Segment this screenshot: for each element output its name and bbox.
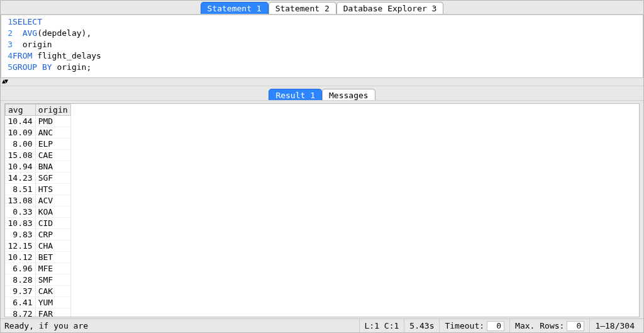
- table-row[interactable]: 8.51HTS: [6, 183, 71, 195]
- table-row[interactable]: 6.41YUM: [6, 296, 71, 308]
- top-tab-2[interactable]: Database Explorer 3: [336, 2, 444, 14]
- line-number: 3: [1, 39, 13, 50]
- split-handle[interactable]: ▲▼: [1, 78, 643, 86]
- table-row[interactable]: 9.83CRP: [6, 229, 71, 240]
- cell-avg: 6.96: [6, 262, 36, 274]
- table-row[interactable]: 6.96MFE: [6, 262, 71, 274]
- cell-origin: CID: [35, 217, 70, 229]
- cell-origin: ACV: [35, 195, 70, 206]
- table-row[interactable]: 0.33KOA: [6, 206, 71, 217]
- line-number: 2: [1, 28, 13, 39]
- cell-avg: 13.08: [6, 195, 36, 206]
- status-timeout: Timeout: 0: [439, 319, 509, 332]
- table-row[interactable]: 10.94BNA: [6, 161, 71, 172]
- table-row[interactable]: 14.23SGF: [6, 172, 71, 183]
- editor-line[interactable]: 3 origin: [1, 39, 643, 50]
- line-number: 1: [1, 16, 13, 28]
- cell-origin: HTS: [35, 183, 70, 195]
- cell-avg: 9.37: [6, 285, 36, 296]
- cell-avg: 0.33: [6, 206, 36, 217]
- cell-origin: CHA: [35, 240, 70, 251]
- code-text[interactable]: GROUP BY origin;: [13, 62, 91, 73]
- table-row[interactable]: 9.37CAK: [6, 285, 71, 296]
- result-tab-0[interactable]: Result 1: [269, 89, 322, 100]
- table-row[interactable]: 10.83CID: [6, 217, 71, 229]
- status-maxrows: Max. Rows: 0: [509, 319, 589, 332]
- code-text[interactable]: AVG(depdelay),: [13, 28, 91, 39]
- cell-avg: 12.15: [6, 240, 36, 251]
- cell-avg: 8.00: [6, 138, 36, 149]
- cell-origin: ELP: [35, 138, 70, 149]
- cell-avg: 8.72: [6, 308, 36, 317]
- status-timeout-label: Timeout:: [445, 321, 484, 330]
- result-tab-1[interactable]: Messages: [322, 89, 375, 100]
- sql-client: Statement 1Statement 2Database Explorer …: [0, 0, 644, 333]
- result-tabstrip: Result 1Messages: [1, 86, 643, 101]
- code-text[interactable]: origin: [13, 39, 52, 50]
- cell-avg: 10.12: [6, 251, 36, 262]
- status-bar: Ready, if you are L:1 C:1 5.43s Timeout:…: [1, 319, 643, 332]
- cell-origin: YUM: [35, 296, 70, 308]
- cell-avg: 15.08: [6, 149, 36, 161]
- cell-avg: 6.41: [6, 296, 36, 308]
- table-row[interactable]: 10.44PMD: [6, 115, 71, 127]
- cell-avg: 8.51: [6, 183, 36, 195]
- table-header-row: avgorigin: [6, 104, 71, 115]
- cell-origin: KOA: [35, 206, 70, 217]
- table-row[interactable]: 8.72FAR: [6, 308, 71, 317]
- col-origin[interactable]: origin: [35, 104, 70, 115]
- cell-origin: CAE: [35, 149, 70, 161]
- timeout-input[interactable]: 0: [487, 321, 504, 331]
- table-row[interactable]: 8.00ELP: [6, 138, 71, 149]
- editor-line[interactable]: 5GROUP BY origin;: [1, 62, 643, 73]
- cell-origin: CRP: [35, 229, 70, 240]
- table-row[interactable]: 10.09ANC: [6, 127, 71, 138]
- sql-editor[interactable]: 1SELECT2 AVG(depdelay),3 origin4FROM fli…: [1, 14, 643, 78]
- cell-avg: 14.23: [6, 172, 36, 183]
- line-number: 5: [1, 62, 13, 73]
- cell-origin: CAK: [35, 285, 70, 296]
- cell-avg: 8.28: [6, 274, 36, 285]
- top-tabstrip: Statement 1Statement 2Database Explorer …: [1, 1, 643, 14]
- status-ready: Ready, if you are: [4, 319, 93, 332]
- cell-origin: BET: [35, 251, 70, 262]
- editor-line[interactable]: 2 AVG(depdelay),: [1, 28, 643, 39]
- table-row[interactable]: 13.08ACV: [6, 195, 71, 206]
- cell-origin: MFE: [35, 262, 70, 274]
- editor-lines[interactable]: 1SELECT2 AVG(depdelay),3 origin4FROM fli…: [1, 15, 643, 73]
- status-rowrange: 1–18/304: [589, 319, 640, 332]
- table-row[interactable]: 12.15CHA: [6, 240, 71, 251]
- line-number: 4: [1, 50, 13, 62]
- status-elapsed: 5.43s: [404, 319, 439, 332]
- cell-avg: 10.94: [6, 161, 36, 172]
- cell-origin: PMD: [35, 115, 70, 127]
- results-scroll[interactable]: avgorigin 10.44PMD10.09ANC8.00ELP15.08CA…: [4, 103, 640, 318]
- cell-avg: 9.83: [6, 229, 36, 240]
- code-text[interactable]: SELECT: [13, 16, 42, 28]
- table-row[interactable]: 15.08CAE: [6, 149, 71, 161]
- cell-origin: SGF: [35, 172, 70, 183]
- results-panel: avgorigin 10.44PMD10.09ANC8.00ELP15.08CA…: [1, 101, 643, 319]
- cell-avg: 10.09: [6, 127, 36, 138]
- cell-avg: 10.83: [6, 217, 36, 229]
- maxrows-input[interactable]: 0: [567, 321, 584, 331]
- code-text[interactable]: FROM flight_delays: [13, 50, 101, 62]
- results-table: avgorigin 10.44PMD10.09ANC8.00ELP15.08CA…: [5, 104, 71, 318]
- cell-origin: BNA: [35, 161, 70, 172]
- cell-origin: ANC: [35, 127, 70, 138]
- cell-avg: 10.44: [6, 115, 36, 127]
- status-cursor: L:1 C:1: [359, 319, 404, 332]
- editor-line[interactable]: 4FROM flight_delays: [1, 50, 643, 62]
- col-avg[interactable]: avg: [6, 104, 36, 115]
- table-row[interactable]: 8.28SMF: [6, 274, 71, 285]
- table-row[interactable]: 10.12BET: [6, 251, 71, 262]
- cell-origin: SMF: [35, 274, 70, 285]
- editor-line[interactable]: 1SELECT: [1, 16, 643, 28]
- top-tab-0[interactable]: Statement 1: [201, 2, 269, 14]
- top-tab-1[interactable]: Statement 2: [269, 2, 336, 14]
- cell-origin: FAR: [35, 308, 70, 317]
- status-maxrows-label: Max. Rows:: [515, 321, 564, 330]
